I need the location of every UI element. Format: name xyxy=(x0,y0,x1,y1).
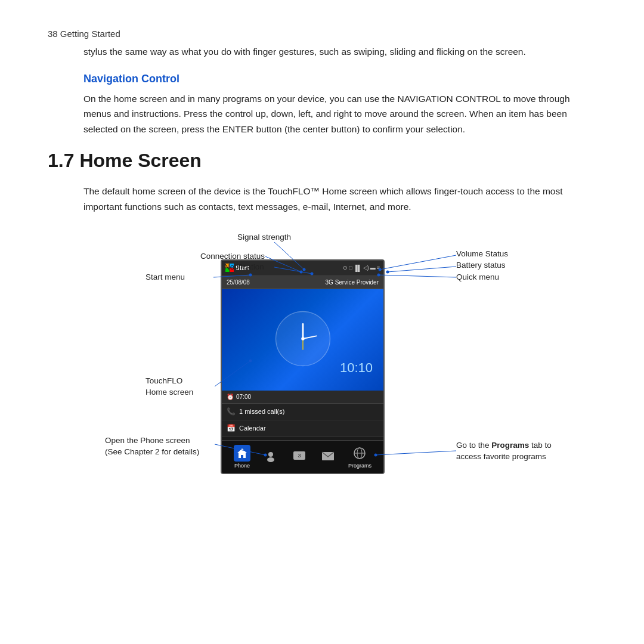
alarm-icon: ⏰ xyxy=(227,394,234,400)
svg-point-27 xyxy=(386,270,389,273)
phone-notif-icon: 📞 xyxy=(227,407,236,416)
connection-status-label: Connection status xyxy=(200,252,265,261)
svg-marker-9 xyxy=(237,448,247,458)
battery-status-label: Battery status xyxy=(456,261,506,270)
missed-call-notif: 📞 1 missed call(s) xyxy=(222,404,383,420)
diagram-container: Start ⊙ □ ▐▌ ◁) ▬ ≡ 25/08/08 3G Service … xyxy=(83,233,596,489)
go-programs-line1: Go to the Programs tab to xyxy=(456,440,552,451)
touchflo-label-1: TouchFLO xyxy=(145,376,193,387)
globe-nav-icon xyxy=(351,445,368,462)
notification-label: Notification xyxy=(224,262,264,271)
menu-icon: ≡ xyxy=(377,265,380,271)
phone-clock-area: 10:10 xyxy=(222,289,383,391)
nav-control-body: On the home screen and in many programs … xyxy=(83,91,596,137)
svg-point-10 xyxy=(268,452,273,457)
svg-line-36 xyxy=(376,451,456,455)
sim-icon: ⊙ xyxy=(343,265,348,271)
page: 38 Getting Started stylus the same way a… xyxy=(0,0,644,513)
volume-status-label: Volume Status xyxy=(456,249,596,258)
msg-icon: □ xyxy=(349,265,352,271)
clock-face xyxy=(273,309,333,371)
touchflo-label-2: Home screen xyxy=(145,387,193,398)
open-phone-label-1: Open the Phone screen xyxy=(105,435,199,447)
calendar-text: Calendar xyxy=(239,425,266,432)
programs-label2: tab to xyxy=(531,441,552,450)
globe-icon xyxy=(353,447,366,460)
signal-icon: ▐▌ xyxy=(354,265,362,271)
alarm-time: 07:00 xyxy=(236,394,251,400)
svg-point-8 xyxy=(301,337,304,340)
touchflo-label: TouchFLO Home screen xyxy=(145,376,193,398)
page-number: 38 Getting Started xyxy=(48,29,596,39)
person-nav-icon xyxy=(262,448,279,465)
go-programs-label: Go to the Programs tab to access favorit… xyxy=(456,440,552,463)
open-phone-label-2: (See Chapter 2 for details) xyxy=(105,447,199,458)
svg-text:3: 3 xyxy=(298,453,301,459)
phone-date: 25/08/08 xyxy=(227,279,250,286)
nav-item-msg: 3 xyxy=(291,448,308,466)
svg-line-30 xyxy=(379,275,456,277)
phone-mockup: Start ⊙ □ ▐▌ ◁) ▬ ≡ 25/08/08 3G Service … xyxy=(221,259,385,474)
intro-text: stylus the same way as what you do with … xyxy=(83,45,596,60)
message-icon: 3 xyxy=(293,450,306,462)
start-menu-label: Start menu xyxy=(145,273,185,281)
home-nav-icon xyxy=(234,445,250,462)
person-icon xyxy=(265,450,277,462)
svg-point-11 xyxy=(267,457,274,462)
go-programs-line2: access favorite programs xyxy=(456,451,552,463)
volume-icon: ◁) xyxy=(363,265,369,271)
quick-menu-label: Quick menu xyxy=(456,273,499,281)
battery-icon: ▬ xyxy=(370,265,376,271)
signal-strength-label: Signal strength xyxy=(237,233,291,242)
calendar-notif-icon: 📅 xyxy=(227,424,236,432)
status-icons: ⊙ □ ▐▌ ◁) ▬ ≡ xyxy=(343,265,380,271)
nav-control-heading: Navigation Control xyxy=(83,73,596,85)
chapter-heading: 1.7 Home Screen xyxy=(48,150,596,172)
home-icon xyxy=(236,447,248,459)
calendar-notif: 📅 Calendar xyxy=(222,420,383,437)
missed-call-text: 1 missed call(s) xyxy=(239,408,284,415)
nav-item-mail xyxy=(320,448,336,466)
open-phone-label: Open the Phone screen (See Chapter 2 for… xyxy=(105,435,199,458)
programs-bold: Programs xyxy=(491,441,529,450)
clock-time: 10:10 xyxy=(340,360,373,376)
phone-nav-label: Phone xyxy=(234,463,250,469)
phone-bottom-nav: Phone 3 xyxy=(222,440,383,473)
phone-date-bar: 25/08/08 3G Service Provider xyxy=(222,276,383,289)
home-screen-intro: The default home screen of the device is… xyxy=(83,184,596,214)
phone-alarm: ⏰ 07:00 xyxy=(222,391,383,404)
phone-provider: 3G Service Provider xyxy=(326,279,379,286)
nav-item-phone: Phone xyxy=(234,445,250,469)
mail-icon xyxy=(321,451,335,461)
nav-item-person xyxy=(262,448,279,466)
svg-line-26 xyxy=(388,267,456,272)
programs-nav-label: Programs xyxy=(348,463,371,469)
nav-item-programs: Programs xyxy=(348,445,371,469)
msg-nav-icon: 3 xyxy=(291,448,308,465)
svg-line-24 xyxy=(380,255,456,270)
mail-nav-icon xyxy=(320,448,336,465)
